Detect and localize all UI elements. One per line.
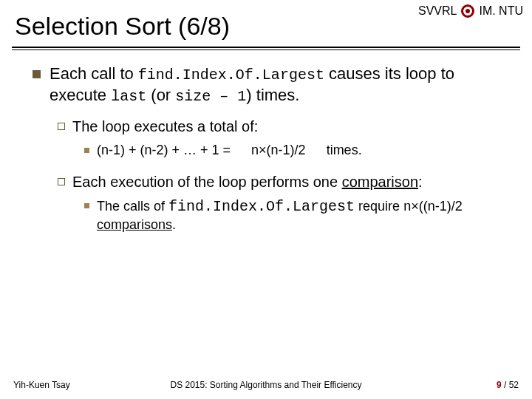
code-last: last xyxy=(111,88,146,105)
open-square-bullet-icon xyxy=(58,178,65,185)
code-func: find.Index.Of.Largest xyxy=(138,66,324,83)
t: ) times. xyxy=(246,86,299,104)
t: : xyxy=(418,174,423,190)
eq-mid: n×(n-1)/2 xyxy=(251,142,306,159)
page-current: 9 xyxy=(497,380,502,390)
footer-paging: 9 / 52 xyxy=(497,380,519,390)
t-underline: comparison xyxy=(342,174,418,190)
t: The calls of xyxy=(97,199,168,214)
tiny-square-bullet-icon xyxy=(84,148,89,153)
slide-body: Each call to find.Index.Of.Largest cause… xyxy=(0,50,532,234)
code-func2: find.Index.Of.Largest xyxy=(168,198,355,215)
eq-right: times. xyxy=(327,142,362,159)
footer-author: Yih-Kuen Tsay xyxy=(13,380,70,390)
t: require n×((n-1)/2 xyxy=(355,199,463,214)
page-sep: / xyxy=(502,380,509,390)
square-bullet-icon xyxy=(33,70,41,78)
t: Each call to xyxy=(50,64,138,83)
sub-bullet-2: Each execution of the loop performs one … xyxy=(72,172,423,191)
main-bullet-text: Each call to find.Index.Of.Largest cause… xyxy=(50,64,510,106)
footer: Yih-Kuen Tsay DS 2015: Sorting Algorithm… xyxy=(0,380,532,390)
brand-left: SVVRL xyxy=(418,4,457,18)
eq-left: (n-1) + (n-2) + … + 1 = xyxy=(97,142,231,159)
sub-sub-bullet-2: The calls of find.Index.Of.Largest requi… xyxy=(97,197,510,233)
t: (or xyxy=(146,86,175,104)
page-total: 52 xyxy=(509,380,519,390)
tiny-square-bullet-icon xyxy=(84,203,89,208)
t: . xyxy=(172,217,176,232)
footer-course: DS 2015: Sorting Algorithms and Their Ef… xyxy=(170,380,361,390)
t-underline: comparisons xyxy=(97,217,172,232)
brand-right: IM. NTU xyxy=(479,4,523,18)
brand-block: SVVRL IM. NTU xyxy=(418,4,523,18)
at-icon xyxy=(461,4,474,18)
code-size: size – 1 xyxy=(175,88,246,105)
open-square-bullet-icon xyxy=(58,123,65,130)
t: Each execution of the loop performs one xyxy=(72,174,342,190)
sub-bullet-1: The loop executes a total of: xyxy=(72,117,258,136)
equation-line: (n-1) + (n-2) + … + 1 = n×(n-1)/2 times. xyxy=(97,142,362,159)
